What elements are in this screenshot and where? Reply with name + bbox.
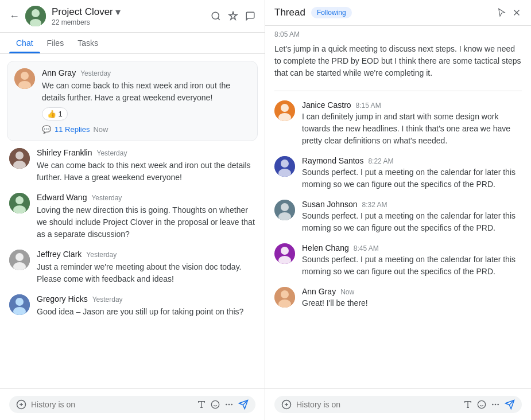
avatar-jeffrey-clark [9, 250, 30, 270]
replies-row[interactable]: 💬 11 Replies Now [42, 125, 250, 134]
right-panel: Thread Following 8:05 AM [265, 0, 531, 420]
svg-point-48 [281, 290, 289, 298]
replies-time: Now [93, 125, 108, 134]
reaction-thumbsup[interactable]: 👍 1 [42, 107, 68, 120]
svg-point-58 [492, 404, 494, 406]
left-input-actions [197, 400, 234, 409]
thread-msg-content-janice: Janice Castro 8:15 AM I can definitely j… [302, 100, 522, 147]
svg-point-55 [478, 400, 485, 408]
right-message-input[interactable] [296, 400, 459, 409]
thread-header: Thread Following [265, 0, 531, 26]
message-text: Good idea – Jason are you still up for t… [37, 306, 255, 318]
thread-sender: Janice Castro [302, 100, 351, 110]
thread-message-helen[interactable]: Helen Chang 8:45 AM Sounds perfect. I pu… [274, 239, 522, 282]
avatar-shirley-franklin [9, 148, 30, 169]
right-send-button[interactable] [505, 399, 515, 410]
message-item-ann-gray[interactable]: Ann Gray Yesterday We can come back to t… [7, 61, 258, 141]
right-input-actions [463, 400, 500, 409]
tab-tasks[interactable]: Tasks [71, 33, 105, 53]
tab-files[interactable]: Files [40, 33, 71, 53]
message-item-edward[interactable]: Edward Wang Yesterday Loving the new dir… [0, 188, 265, 245]
message-time: Yesterday [86, 251, 117, 259]
left-more-button[interactable] [224, 400, 234, 409]
svg-point-15 [15, 253, 24, 261]
left-message-input[interactable] [31, 400, 192, 409]
right-format-button[interactable] [463, 400, 472, 409]
avatar-ann-gray-thread [274, 287, 295, 308]
thread-message-janice[interactable]: Janice Castro 8:15 AM I can definitely j… [274, 96, 522, 151]
svg-point-3 [212, 12, 219, 19]
avatar-ann-gray [14, 68, 35, 89]
svg-point-6 [21, 72, 29, 80]
member-count: 22 members [52, 18, 205, 26]
message-time: Yesterday [80, 69, 111, 77]
project-name: Project Clover [52, 6, 113, 18]
message-sender: Edward Wang [37, 193, 87, 202]
thread-message-ann[interactable]: Ann Gray Now Great! I'll be there! [274, 282, 522, 314]
close-thread-button[interactable] [511, 7, 522, 18]
header-title[interactable]: Project Clover ▾ [52, 6, 205, 18]
message-time: Yesterday [92, 295, 123, 304]
thread-actions [497, 7, 522, 18]
workspace-avatar [25, 6, 46, 26]
svg-point-59 [495, 404, 497, 406]
message-sender: Ann Gray [42, 68, 76, 77]
thread-title-area: Thread Following [274, 7, 352, 18]
header-title-area: Project Clover ▾ 22 members [52, 6, 205, 26]
left-emoji-button[interactable] [211, 400, 220, 409]
thread-msg-header-ann: Ann Gray Now [302, 287, 522, 296]
svg-point-28 [226, 404, 227, 406]
thread-messages: 8:05 AM Let's jump in a quick meeting to… [265, 26, 531, 388]
thread-text: Great! I'll be there! [302, 297, 522, 309]
message-header-ann-gray: Ann Gray Yesterday [42, 68, 250, 77]
thread-title: Thread [274, 7, 305, 18]
message-text: We can come back to this next week and i… [42, 80, 250, 104]
thread-first-text: Let's jump in a quick meeting to discuss… [274, 43, 522, 84]
right-input-area [265, 388, 531, 420]
avatar-edward-wang [9, 193, 30, 213]
tab-chat[interactable]: Chat [9, 33, 40, 53]
thread-time: 8:32 AM [362, 201, 387, 209]
message-content-jeffrey: Jeffrey Clark Yesterday Just a reminder … [37, 250, 255, 285]
following-badge[interactable]: Following [311, 7, 352, 18]
thread-msg-header-susan: Susan Johnson 8:32 AM [302, 200, 522, 209]
thread-sender: Ann Gray [302, 287, 336, 296]
svg-point-45 [281, 247, 289, 255]
avatar-raymond-santos [274, 156, 295, 177]
thread-text: I can definitely jump in and start with … [302, 111, 522, 147]
right-emoji-button[interactable] [477, 400, 486, 409]
chevron-down-icon: ▾ [115, 6, 121, 18]
thread-msg-content-raymond: Raymond Santos 8:22 AM Sounds perfect. I… [302, 156, 522, 190]
message-item-jeffrey[interactable]: Jeffrey Clark Yesterday Just a reminder … [0, 245, 265, 290]
replies-icon: 💬 [42, 125, 51, 134]
message-content-edward: Edward Wang Yesterday Loving the new dir… [37, 193, 255, 240]
message-text: We can come back to this next week and i… [37, 160, 255, 184]
svg-point-36 [281, 104, 289, 112]
message-time: Yesterday [91, 194, 122, 202]
thread-message-raymond[interactable]: Raymond Santos 8:22 AM Sounds perfect. I… [274, 151, 522, 195]
back-button[interactable]: ← [9, 10, 20, 22]
left-send-button[interactable] [238, 399, 249, 410]
thread-msg-header-raymond: Raymond Santos 8:22 AM [302, 156, 522, 165]
thread-message-susan[interactable]: Susan Johnson 8:32 AM Sounds perfect. I … [274, 195, 522, 239]
message-content-ann-gray: Ann Gray Yesterday We can come back to t… [42, 68, 250, 134]
message-header-shirley: Shirley Franklin Yesterday [37, 148, 255, 157]
message-item-shirley[interactable]: Shirley Franklin Yesterday We can come b… [0, 143, 265, 188]
right-more-button[interactable] [491, 400, 500, 409]
thread-msg-content-susan: Susan Johnson 8:32 AM Sounds perfect. I … [302, 200, 522, 234]
thread-first-time: 8:05 AM [274, 30, 522, 38]
svg-line-4 [218, 18, 219, 20]
search-button[interactable] [211, 11, 221, 21]
svg-point-39 [281, 160, 289, 168]
message-item-gregory[interactable]: Gregory Hicks Yesterday Good idea – Jaso… [0, 290, 265, 322]
thread-time: 8:22 AM [368, 157, 393, 165]
chat-button[interactable] [245, 11, 255, 21]
right-add-button[interactable] [281, 399, 292, 410]
thread-time: 8:15 AM [356, 102, 381, 110]
pin-button[interactable] [228, 11, 238, 21]
left-format-button[interactable] [197, 400, 206, 409]
svg-point-42 [281, 203, 289, 211]
messages-list: Ann Gray Yesterday We can come back to t… [0, 54, 265, 388]
thread-first-message: 8:05 AM Let's jump in a quick meeting to… [274, 30, 522, 91]
left-add-button[interactable] [16, 399, 26, 410]
